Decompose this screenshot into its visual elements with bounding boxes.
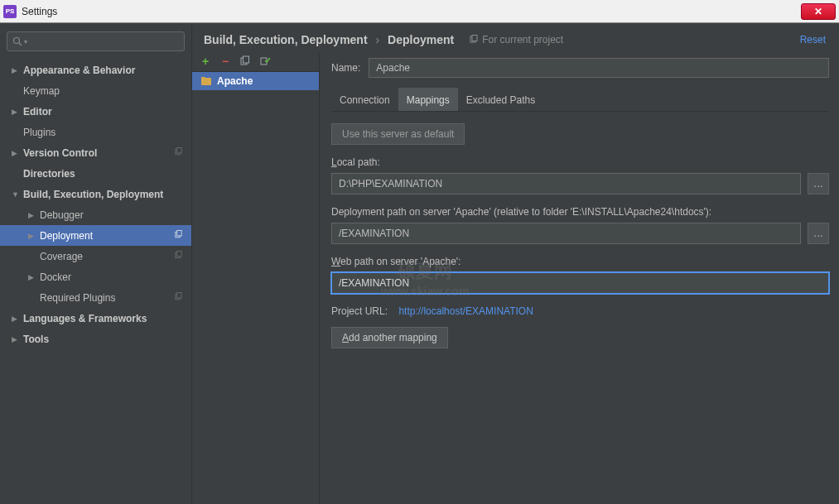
titlebar: PS Settings ✕	[0, 0, 839, 23]
tree-arrow-icon: ▶	[28, 232, 40, 240]
for-project-icon	[174, 251, 183, 262]
sidebar-item-label: Required Plugins	[40, 292, 115, 304]
server-name-input[interactable]	[369, 58, 829, 78]
copy-icon	[469, 35, 479, 45]
sidebar-item-editor[interactable]: ▶Editor	[0, 101, 191, 122]
sidebar-item-label: Keymap	[23, 85, 60, 97]
project-url-label: Project URL:	[331, 305, 388, 317]
sidebar-item-label: Tools	[23, 334, 49, 345]
breadcrumb-sep: ›	[375, 33, 379, 46]
local-path-label: Local path:	[331, 156, 829, 168]
sidebar-item-docker[interactable]: ▶Docker	[0, 266, 191, 287]
sidebar-item-tools[interactable]: ▶Tools	[0, 329, 191, 349]
project-url-row: Project URL: http://localhost/EXAMINATIO…	[331, 305, 829, 317]
sidebar-item-directories[interactable]: Directories	[0, 163, 191, 184]
remove-server-button[interactable]: −	[219, 55, 232, 68]
tree-arrow-icon: ▶	[12, 66, 23, 74]
sidebar-item-label: Build, Execution, Deployment	[23, 189, 163, 200]
server-panel: + − Apache	[192, 53, 320, 504]
svg-point-0	[14, 38, 20, 44]
deployment-form: Name: ConnectionMappingsExcluded Paths U…	[320, 53, 839, 504]
tree-arrow-icon: ▶	[12, 314, 23, 323]
project-url-link[interactable]: http://localhost/EXAMINATION	[398, 305, 533, 317]
server-list: Apache	[192, 72, 319, 504]
tab-mappings[interactable]: Mappings	[398, 88, 458, 111]
add-server-button[interactable]: +	[199, 55, 212, 68]
server-item-apache[interactable]: Apache	[192, 72, 319, 90]
server-folder-icon	[200, 76, 212, 86]
breadcrumb: Build, Execution, Deployment › Deploymen…	[204, 33, 454, 46]
use-as-default-button[interactable]: Use this server as default	[331, 123, 465, 145]
add-mapping-button[interactable]: Add another mapping	[331, 327, 448, 348]
breadcrumb-part: Deployment	[388, 33, 454, 46]
sidebar-item-debugger[interactable]: ▶Debugger	[0, 204, 191, 225]
window-title: Settings	[22, 6, 57, 17]
svg-rect-7	[177, 251, 182, 256]
tree-arrow-icon: ▶	[12, 108, 23, 116]
for-project-badge: For current project	[469, 34, 563, 46]
set-default-button[interactable]	[258, 55, 272, 68]
local-path-input[interactable]	[331, 173, 801, 194]
tab-connection[interactable]: Connection	[331, 88, 398, 111]
tree-arrow-icon: ▶	[12, 149, 23, 157]
sidebar-item-label: Version Control	[23, 147, 97, 159]
settings-sidebar: ▾ ▶Appearance & BehaviorKeymap▶EditorPlu…	[0, 23, 192, 504]
for-project-icon	[174, 230, 183, 241]
sidebar-item-label: Editor	[23, 106, 52, 118]
sidebar-item-keymap[interactable]: Keymap	[0, 80, 191, 101]
sidebar-item-label: Directories	[23, 168, 75, 180]
tree-arrow-icon: ▼	[12, 190, 23, 199]
breadcrumb-part: Build, Execution, Deployment	[204, 33, 368, 46]
server-toolbar: + −	[192, 53, 319, 72]
app-icon: PS	[3, 5, 17, 18]
search-caret-icon: ▾	[24, 38, 27, 46]
name-label: Name:	[331, 62, 360, 74]
web-path-input[interactable]	[331, 272, 829, 294]
sidebar-item-required-plugins[interactable]: Required Plugins	[0, 287, 191, 308]
close-button[interactable]: ✕	[801, 3, 836, 20]
sidebar-item-plugins[interactable]: Plugins	[0, 122, 191, 142]
for-project-icon	[174, 147, 183, 158]
svg-rect-3	[177, 147, 182, 152]
tree-arrow-icon: ▶	[28, 211, 40, 219]
svg-line-1	[19, 43, 22, 46]
search-icon	[12, 36, 22, 46]
deployment-path-label: Deployment path on server 'Apache' (rela…	[331, 206, 829, 218]
sidebar-item-languages-frameworks[interactable]: ▶Languages & Frameworks	[0, 308, 191, 329]
browse-local-path-button[interactable]: …	[808, 173, 829, 194]
browse-deployment-path-button[interactable]: …	[808, 223, 829, 244]
sidebar-item-label: Debugger	[40, 209, 84, 221]
sidebar-item-label: Deployment	[40, 230, 93, 242]
sidebar-item-label: Coverage	[40, 251, 83, 262]
svg-rect-13	[244, 56, 249, 63]
search-input[interactable]: ▾	[7, 31, 185, 51]
reset-button[interactable]: Reset	[800, 34, 826, 46]
sidebar-item-version-control[interactable]: ▶Version Control	[0, 142, 191, 163]
for-project-icon	[174, 292, 183, 303]
tree-arrow-icon: ▶	[28, 273, 40, 281]
settings-tree: ▶Appearance & BehaviorKeymap▶EditorPlugi…	[0, 55, 191, 504]
web-path-label: Web path on server 'Apache':	[331, 256, 829, 267]
deployment-tabs: ConnectionMappingsExcluded Paths	[331, 88, 829, 112]
settings-content: Build, Execution, Deployment › Deploymen…	[192, 23, 839, 504]
sidebar-item-label: Appearance & Behavior	[23, 65, 135, 76]
svg-rect-16	[201, 77, 205, 79]
tab-excluded-paths[interactable]: Excluded Paths	[458, 88, 543, 111]
sidebar-item-coverage[interactable]: Coverage	[0, 246, 191, 266]
svg-rect-5	[177, 230, 182, 235]
sidebar-item-label: Plugins	[23, 127, 55, 138]
sidebar-item-deployment[interactable]: ▶Deployment	[0, 225, 191, 246]
sidebar-item-label: Languages & Frameworks	[23, 313, 147, 324]
sidebar-item-label: Docker	[40, 271, 71, 283]
copy-server-button[interactable]	[239, 55, 252, 68]
tree-arrow-icon: ▶	[12, 335, 23, 343]
sidebar-item-appearance-behavior[interactable]: ▶Appearance & Behavior	[0, 60, 191, 80]
svg-rect-11	[472, 36, 477, 41]
sidebar-item-build-execution-deployment[interactable]: ▼Build, Execution, Deployment	[0, 184, 191, 204]
svg-rect-9	[177, 292, 182, 297]
deployment-path-input[interactable]	[331, 223, 801, 244]
server-item-label: Apache	[217, 75, 253, 87]
